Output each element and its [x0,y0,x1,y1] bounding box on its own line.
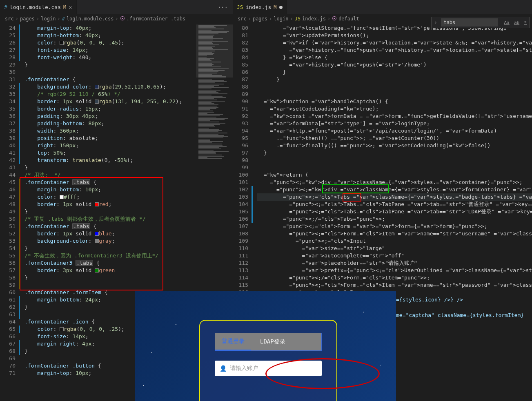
crumb-file[interactable]: login.module.css [67,16,114,22]
tab-filename: index.js [246,4,272,10]
overflow-text: ={styles.icon} />} /> me="captcha" class… [396,296,524,319]
crumb-src[interactable]: src [5,16,14,22]
css-file-icon: # [4,4,7,10]
match-case-icon[interactable]: Aa [504,20,509,25]
unsaved-dot-icon[interactable] [279,6,283,9]
find-widget[interactable]: › Aa ab * [431,17,530,28]
tab-ldap-login[interactable]: LDAP登录 [251,338,294,346]
find-options[interactable]: Aa ab * [502,20,527,25]
css-file-icon: # [62,16,65,22]
modified-indicator: M [274,4,276,10]
username-input[interactable]: 👤 请输入账户 [215,361,322,376]
user-icon: 👤 [220,365,227,372]
input-placeholder: 请输入账户 [230,365,258,372]
line-number-gutter: 8081828384858687888990919293949596979899… [233,24,252,304]
find-input[interactable] [441,18,498,27]
tab-normal-login[interactable]: 普通登录 [215,333,251,350]
tab-index-js[interactable]: JS index.js M [233,0,287,14]
tab-login-css[interactable]: # login.module.css M × [0,0,77,14]
code-area-right[interactable]: ="var">localStorage.="func">setItem(="st… [257,24,532,304]
js-file-icon: JS [237,4,243,10]
breadcrumb-left[interactable]: src› pages› login› # login.module.css› ⦿… [0,14,233,23]
symbol-icon: ⦿ [120,16,125,22]
js-file-icon: JS [295,16,301,22]
line-number-gutter: 2425262728293031323334353637383940414243… [0,24,19,377]
login-tabs: 普通登录 LDAP登录 [215,333,322,351]
crumb-symbol[interactable]: default [338,16,359,22]
tab-bar-left: # login.module.css M × ··· [0,0,233,14]
close-icon[interactable]: × [69,4,72,11]
login-preview-panel: 普通登录 LDAP登录 👤 请输入账户 [135,291,396,401]
crumb-pages[interactable]: pages [253,16,267,22]
crumb-src[interactable]: src [238,16,247,22]
crumb-login[interactable]: login [41,16,56,22]
crumb-symbol[interactable]: .formContainer .tabs [127,16,186,22]
chevron-right-icon[interactable]: › [434,20,437,25]
crumb-file[interactable]: index.js [302,16,326,22]
login-card: 普通登录 LDAP登录 👤 请输入账户 [199,320,337,401]
match-word-icon[interactable]: ab [514,20,519,25]
tab-filename: login.module.css [10,4,61,10]
tab-bar-right: JS index.js M [233,0,532,14]
symbol-icon: ⦿ [332,16,337,22]
crumb-pages[interactable]: pages [20,16,35,22]
modified-indicator: M [63,4,66,10]
minimap[interactable] [196,24,233,147]
regex-icon[interactable]: * [524,20,527,25]
more-actions-button[interactable]: ··· [213,0,233,14]
crumb-login[interactable]: login [274,16,288,22]
